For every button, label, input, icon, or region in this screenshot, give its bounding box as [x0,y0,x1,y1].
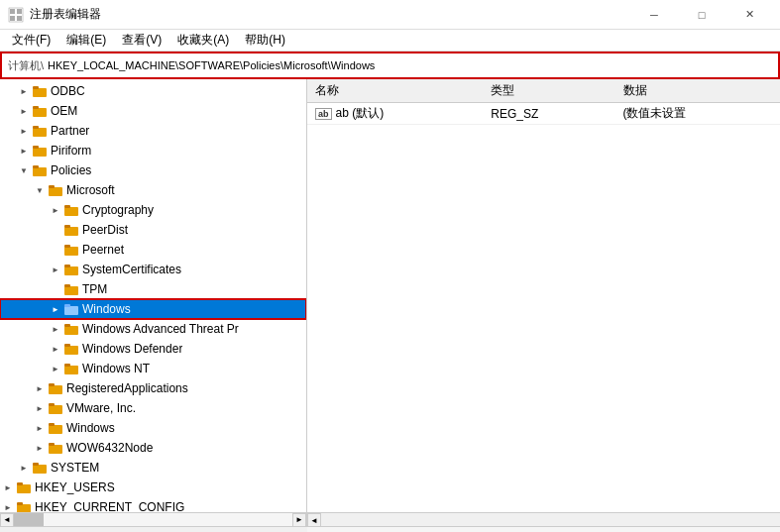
table-row[interactable]: abab (默认)REG_SZ(数值未设置 [307,103,780,125]
menu-item-v[interactable]: 查看(V) [114,30,169,51]
menu-item-h[interactable]: 帮助(H) [237,30,293,51]
tree-arrow-system[interactable]: ► [16,458,32,478]
tree-item-hkey-users[interactable]: ►HKEY_USERS [0,478,306,497]
tree-arrow-windows-atp[interactable]: ► [48,319,63,339]
registry-values[interactable]: 名称 类型 数据 abab (默认)REG_SZ(数值未设置 [307,79,780,512]
tree-arrow-vmware[interactable]: ► [32,398,48,418]
minimize-button[interactable]: ─ [631,0,677,30]
tree-label-microsoft: Microsoft [66,183,115,197]
menu-item-a[interactable]: 收藏夹(A) [169,30,237,51]
svg-rect-48 [17,502,23,505]
svg-rect-31 [64,346,78,355]
tree-arrow-oem[interactable]: ► [16,101,32,121]
svg-rect-41 [49,445,62,454]
tree-arrow-cryptography[interactable]: ► [48,200,63,220]
folder-icon-microsoft [48,182,63,198]
col-type[interactable]: 类型 [483,79,614,103]
tree-item-registered-apps[interactable]: ►RegisteredApplications [0,378,306,398]
tree-arrow-policies[interactable]: ▼ [16,160,32,180]
svg-rect-45 [17,484,31,493]
tree-label-wow6432: WOW6432Node [66,441,153,455]
tree-item-wow6432[interactable]: ►WOW6432Node [0,438,306,458]
tree-label-peerdist: PeerDist [82,223,128,237]
tree-item-microsoft[interactable]: ▼Microsoft [0,180,306,200]
svg-rect-10 [33,126,39,129]
values-h-scroll[interactable]: ◄ ► [307,513,780,526]
scroll-left-arrow2[interactable]: ◄ [307,513,321,527]
h-scrollbar-area: ◄ ► ◄ ► [0,512,780,526]
tree-item-oem[interactable]: ►OEM [0,101,306,121]
tree-h-scroll[interactable]: ◄ ► [0,513,307,526]
tree-item-windows-nt[interactable]: ►Windows NT [0,359,306,378]
tree-item-windows-atp[interactable]: ►Windows Advanced Threat Pr [0,319,306,339]
tree-item-partner[interactable]: ►Partner [0,121,306,141]
tree-arrow-windows2[interactable]: ► [32,418,48,438]
menu-item-f[interactable]: 文件(F) [4,30,58,51]
registry-tree[interactable]: ►ODBC►OEM►Partner►Piriform▼Policies▼Micr… [0,79,307,512]
tree-item-peernet[interactable]: Peernet [0,240,306,260]
tree-item-vmware[interactable]: ►VMware, Inc. [0,398,306,418]
tree-item-piriform[interactable]: ►Piriform [0,141,306,160]
scroll-right-arrow[interactable]: ► [292,513,306,527]
cell-data: (数值未设置 [615,103,781,125]
tree-arrow-partner[interactable]: ► [16,121,32,141]
svg-rect-37 [49,405,62,414]
tree-label-partner: Partner [51,124,89,138]
tree-arrow-hkey-current-config[interactable]: ► [0,497,16,512]
tree-label-systemcerts: SystemCertificates [82,263,181,276]
svg-rect-24 [64,265,70,267]
folder-icon-windows-defender [63,341,79,357]
svg-rect-22 [64,245,70,248]
tree-item-systemcerts[interactable]: ►SystemCertificates [0,260,306,279]
tree-item-odbc[interactable]: ►ODBC [0,81,306,101]
menu-item-e[interactable]: 编辑(E) [58,30,114,51]
folder-icon-oem [32,103,48,119]
tree-item-hkey-current-config[interactable]: ►HKEY_CURRENT_CONFIG [0,497,306,512]
tree-arrow-microsoft[interactable]: ▼ [32,180,48,200]
folder-icon-windows-atp [63,321,79,337]
tree-arrow-odbc[interactable]: ► [16,81,32,101]
col-data[interactable]: 数据 [615,79,781,103]
tree-item-tpm[interactable]: TPM [0,279,306,299]
tree-arrow-windows-nt[interactable]: ► [48,359,63,378]
svg-rect-14 [33,165,39,168]
tree-item-peerdist[interactable]: PeerDist [0,220,306,240]
svg-rect-26 [64,284,70,287]
tree-item-windows2[interactable]: ►Windows [0,418,306,438]
tree-label-windows: Windows [82,302,131,316]
tree-label-piriform: Piriform [51,144,91,158]
tree-item-windows-defender[interactable]: ►Windows Defender [0,339,306,359]
folder-icon-odbc [32,83,48,99]
folder-icon-wow6432 [48,440,63,456]
tree-arrow-wow6432[interactable]: ► [32,438,48,458]
address-value[interactable]: HKEY_LOCAL_MACHINE\SOFTWARE\Policies\Mic… [48,59,772,71]
tree-item-policies[interactable]: ▼Policies [0,160,306,180]
tree-arrow-registered-apps[interactable]: ► [32,378,48,398]
tree-arrow-hkey-users[interactable]: ► [0,478,16,497]
tree-arrow-piriform[interactable]: ► [16,141,32,160]
tree-arrow-windows[interactable]: ► [48,299,63,319]
scroll-left-arrow[interactable]: ◄ [0,513,14,527]
tree-label-peernet: Peernet [82,243,124,257]
tree-label-cryptography: Cryptography [82,203,154,217]
svg-rect-18 [64,205,70,208]
svg-rect-46 [17,482,23,485]
tree-arrow-systemcerts[interactable]: ► [48,260,63,279]
col-name[interactable]: 名称 [307,79,483,103]
tree-item-windows[interactable]: ►Windows [0,299,306,319]
svg-rect-25 [64,286,78,295]
tree-arrow-windows-defender[interactable]: ► [48,339,63,359]
maximize-button[interactable]: □ [679,0,724,30]
h-scroll-thumb[interactable] [14,513,44,526]
menu-bar: 文件(F)编辑(E)查看(V)收藏夹(A)帮助(H) [0,30,780,52]
tree-item-system[interactable]: ►SYSTEM [0,458,306,478]
tree-label-oem: OEM [51,104,77,118]
close-button[interactable]: ✕ [726,0,772,30]
svg-rect-12 [33,146,39,149]
tree-item-cryptography[interactable]: ►Cryptography [0,200,306,220]
svg-rect-5 [33,88,47,97]
folder-icon-windows2 [48,420,63,436]
tree-label-windows-defender: Windows Defender [82,342,182,356]
svg-rect-7 [33,108,47,117]
svg-rect-19 [64,227,78,236]
